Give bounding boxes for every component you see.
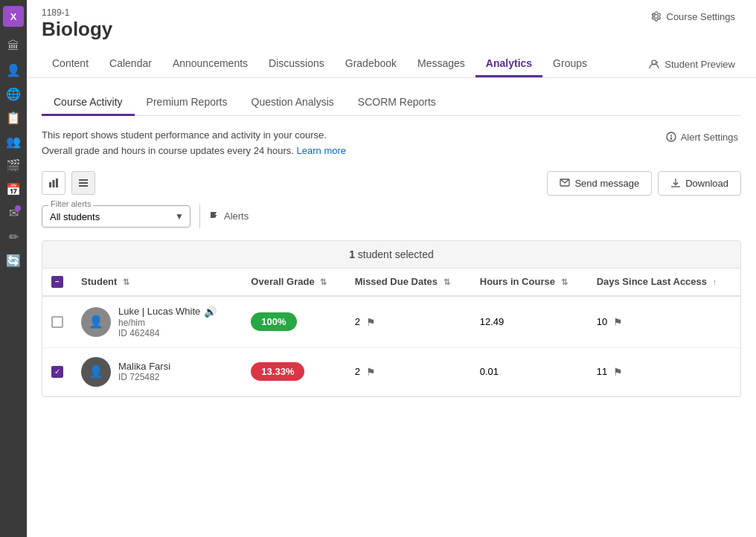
course-settings-button[interactable]: Course Settings (644, 7, 742, 25)
alert-settings-button[interactable]: Alert Settings (662, 128, 741, 146)
filter-alerts-select-wrap: Filter alerts All students Students with… (42, 205, 190, 228)
th-days-since-last-access[interactable]: Days Since Last Access ↑ (588, 268, 740, 296)
selection-count: 1 (349, 248, 355, 260)
gear-icon (650, 10, 662, 22)
row1-hours: 12.49 (480, 316, 504, 327)
svg-rect-6 (53, 180, 55, 187)
send-message-button[interactable]: Send message (547, 171, 652, 196)
filter-chevron-icon: ▼ (175, 211, 184, 222)
row2-days: 11 (597, 366, 607, 377)
select-all-checkbox[interactable]: − (51, 276, 63, 288)
info-row: This report shows student performance an… (42, 128, 741, 159)
tab-content[interactable]: Content (42, 51, 99, 77)
row1-checkbox-cell[interactable] (42, 296, 72, 348)
tab-gradebook[interactable]: Gradebook (335, 51, 407, 77)
tab-groups[interactable]: Groups (542, 51, 598, 77)
flag-icon (209, 211, 220, 222)
toolbar-left (42, 171, 95, 195)
chart-view-button[interactable] (42, 171, 65, 195)
th-overall-grade-label: Overall Grade (251, 276, 314, 287)
list-icon (78, 178, 89, 188)
svg-rect-9 (79, 182, 88, 184)
tab-messages[interactable]: Messages (407, 51, 475, 77)
row2-missed-flag-wrap: 2 ⚑ (355, 366, 462, 378)
student-preview-label: Student Preview (664, 59, 735, 70)
sidebar-icon-groups[interactable]: 👥 (3, 131, 24, 152)
row2-hours: 0.01 (480, 366, 499, 377)
row1-checkbox[interactable] (51, 316, 63, 328)
row1-name: Luke | Lucas White 🔊 (118, 306, 217, 318)
sidebar-icon-user[interactable]: 👤 (3, 60, 24, 80)
th-missed-due-dates-sort-icon: ⇅ (443, 277, 450, 286)
send-message-icon (560, 178, 570, 188)
th-days-since-last-access-sort-icon: ↑ (713, 277, 717, 286)
sub-tab-course-activity[interactable]: Course Activity (42, 90, 135, 116)
th-checkbox[interactable]: − (42, 268, 72, 296)
row1-student-id: ID 462484 (118, 328, 217, 338)
sidebar-icon-edit[interactable]: ✏ (3, 226, 24, 247)
sidebar-icon-globe[interactable]: 🌐 (3, 83, 24, 104)
sidebar-icon-messages[interactable]: ✉ (3, 202, 24, 223)
row2-hours-cell: 0.01 (471, 347, 588, 396)
sidebar-icon-calendar[interactable]: 📅 (3, 179, 24, 199)
svg-point-4 (670, 138, 671, 139)
row1-days: 10 (597, 316, 607, 327)
course-title: Biology (42, 18, 112, 41)
row1-avatar: 👤 (81, 307, 111, 337)
filter-alerts-select[interactable]: All students Students with alerts Studen… (50, 211, 167, 222)
svg-rect-8 (79, 179, 88, 181)
row1-hours-cell: 12.49 (471, 296, 588, 348)
row2-student-cell: 👤 Malika Farsi ID 725482 (72, 347, 242, 396)
th-overall-grade[interactable]: Overall Grade ⇅ (242, 268, 345, 296)
row1-grade-badge: 100% (251, 312, 296, 331)
sidebar-close-button[interactable]: X (3, 6, 24, 27)
learn-more-link[interactable]: Learn more (297, 145, 346, 156)
row2-student-info: Malika Farsi ID 725482 (118, 361, 170, 382)
header: 1189-1 Biology Course Settings Content C… (27, 0, 756, 78)
download-icon (670, 178, 681, 188)
tab-discussions[interactable]: Discussions (258, 51, 335, 77)
sub-tabs: Course Activity Premium Reports Question… (42, 90, 741, 116)
list-view-button[interactable] (71, 171, 95, 195)
svg-rect-5 (49, 182, 51, 187)
nav-tabs: Content Calendar Announcements Discussio… (42, 51, 741, 77)
sub-tab-premium-reports[interactable]: Premium Reports (135, 90, 240, 116)
student-preview-icon (648, 59, 660, 71)
row1-pronounce-icon: 🔊 (204, 306, 217, 318)
sidebar-icon-media[interactable]: 🎬 (3, 155, 24, 176)
row1-pronoun: he/him (118, 318, 217, 328)
row2-checkbox-cell[interactable]: ✓ (42, 347, 72, 396)
row1-missed-flag-icon: ⚑ (366, 316, 376, 328)
student-preview-button[interactable]: Student Preview (642, 56, 741, 74)
row2-overall-grade-cell: 13.33% (242, 347, 345, 396)
sidebar-icon-refresh[interactable]: 🔄 (3, 250, 24, 271)
row2-missed-flag-icon: ⚑ (366, 366, 376, 378)
row2-checkbox[interactable]: ✓ (51, 366, 63, 378)
alerts-filter-button[interactable]: Alerts (209, 210, 249, 222)
row1-student-info: Luke | Lucas White 🔊 he/him ID 462484 (118, 306, 217, 338)
sidebar-icon-content[interactable]: 📋 (3, 107, 24, 128)
tab-analytics[interactable]: Analytics (475, 51, 542, 77)
row1-days-flag-icon: ⚑ (613, 316, 623, 328)
row1-overall-grade-cell: 100% (242, 296, 345, 348)
tab-announcements[interactable]: Announcements (162, 51, 258, 77)
info-text: This report shows student performance an… (42, 128, 346, 159)
th-student-label: Student (81, 276, 117, 287)
th-hours-in-course[interactable]: Hours in Course ⇅ (471, 268, 588, 296)
sub-tab-question-analysis[interactable]: Question Analysis (240, 90, 346, 116)
alert-settings-icon (665, 131, 677, 143)
row2-student-id: ID 725482 (118, 372, 170, 382)
sub-tab-scorm-reports[interactable]: SCORM Reports (346, 90, 448, 116)
row2-days-cell: 11 ⚑ (588, 347, 740, 396)
th-student[interactable]: Student ⇅ (72, 268, 242, 296)
download-button[interactable]: Download (658, 171, 741, 196)
selection-suffix: student selected (355, 248, 434, 260)
tab-calendar[interactable]: Calendar (99, 51, 162, 77)
th-missed-due-dates-label: Missed Due Dates (355, 276, 438, 287)
chart-bar-icon (48, 178, 59, 188)
th-missed-due-dates[interactable]: Missed Due Dates ⇅ (346, 268, 471, 296)
row2-days-flag-wrap: 11 ⚑ (597, 366, 731, 378)
sidebar-icon-institution[interactable]: 🏛 (3, 36, 24, 57)
row1-student-cell: 👤 Luke | Lucas White 🔊 he/him ID 462484 (72, 296, 242, 348)
download-label: Download (685, 178, 728, 189)
